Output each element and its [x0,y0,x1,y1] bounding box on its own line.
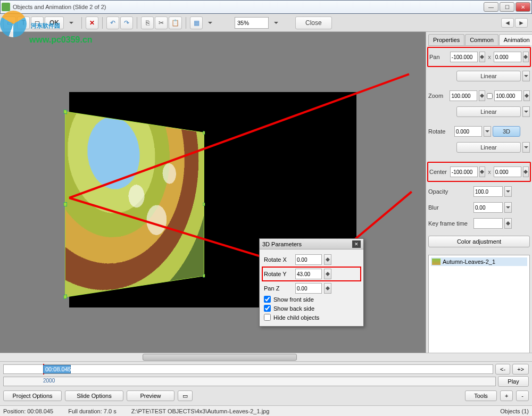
side-panel: Properties Common Animation Pan x Linear… [426,32,532,367]
copy-button[interactable]: ⎘ [141,16,154,29]
zoom-x-spinner[interactable] [479,90,485,101]
dialog-close-button[interactable]: ✕ [352,240,361,248]
zoom-input[interactable] [235,17,269,29]
color-adjustment-button[interactable]: Color adjustment [428,236,530,247]
minimize-button[interactable]: — [484,2,498,12]
pan-y-input[interactable] [494,52,521,62]
tab-animation[interactable]: Animation [499,34,532,45]
status-duration: Full duration: 7.0 s [68,408,117,414]
next-keyframe-button[interactable]: +> [512,364,529,375]
dialog-title: 3D Parameters [262,241,302,247]
watermark-url: www.pc0359.cn [29,35,93,45]
opacity-input[interactable] [473,186,503,197]
status-objects: Objects (1) [500,408,529,414]
hide-child-checkbox[interactable] [264,314,271,321]
timeline-ruler[interactable]: 2000 [3,377,496,386]
maximize-button[interactable]: ☐ [500,2,514,12]
zoom-dropdown[interactable] [270,16,282,29]
prev-slide-button[interactable]: ◄ [501,18,514,28]
status-position: Position: 00:08.045 [3,408,53,414]
dropdown-arrow-icon[interactable] [522,106,530,117]
preview-button[interactable]: Preview [127,390,174,401]
status-bar: Position: 00:08.045 Full duration: 7.0 s… [0,405,532,416]
panz-input[interactable] [295,283,322,294]
rotate-input[interactable] [454,126,482,137]
cut-button[interactable]: ✂ [155,16,168,29]
show-back-checkbox[interactable] [264,305,271,312]
pan-label: Pan [429,54,448,60]
keyframetime-input[interactable] [473,218,503,229]
keyframetime-spinner[interactable] [504,218,512,229]
keyframetime-label: Key frame time [428,220,472,227]
grid-button[interactable]: ▦ [190,16,203,29]
zoom-x-input[interactable] [450,90,477,101]
object-name: Autumn-Leaves-2_1 [443,259,495,265]
add-keyframe-button[interactable]: + [500,390,513,401]
remove-keyframe-button[interactable]: - [516,390,529,401]
center-x-input[interactable] [450,167,478,177]
rotatey-input[interactable] [295,269,322,279]
blur-input[interactable] [473,202,503,213]
rotate-dropdown[interactable] [484,126,491,137]
pan-linear-dropdown[interactable]: Linear [456,71,521,81]
keyframe-marker[interactable]: 00:08.045 [43,365,71,373]
scrollbar-thumb[interactable] [143,354,297,361]
object-tree[interactable]: Autumn-Leaves-2_1 [428,255,530,365]
zoom-linear-dropdown[interactable]: Linear [456,106,521,117]
paste-button[interactable]: 📋 [169,16,182,29]
window-title: Objects and Animation (Slide 2 of 2) [13,4,484,10]
prev-keyframe-button[interactable]: <- [495,364,510,375]
rotatex-spinner[interactable] [324,254,331,265]
horizontal-scrollbar[interactable] [0,353,532,361]
blur-label: Blur [428,204,472,211]
window-close-button[interactable]: ✕ [516,2,530,12]
resize-handle[interactable] [203,202,205,205]
3d-parameters-dialog[interactable]: 3D Parameters ✕ Rotate X Rotate Y Pan Z … [259,238,364,327]
project-options-button[interactable]: Project Options [3,390,62,401]
pan-x-input[interactable] [450,52,478,62]
pan-x-spinner[interactable] [479,52,485,62]
fullscreen-preview-button[interactable]: ▭ [178,390,193,401]
panz-spinner[interactable] [324,283,331,294]
redo-button[interactable]: ↷ [120,16,133,29]
resize-handle[interactable] [203,131,205,135]
center-y-spinner[interactable] [523,167,529,177]
opacity-dropdown[interactable] [504,186,512,197]
rotatey-spinner[interactable] [324,269,331,279]
panz-label: Pan Z [264,285,293,292]
zoom-link-checkbox[interactable] [487,93,493,99]
rotate-label: Rotate [428,128,453,135]
x-separator: x [487,54,492,60]
blur-dropdown[interactable] [504,202,512,213]
dropdown-arrow-icon[interactable] [522,71,530,81]
resize-handle[interactable] [64,294,67,299]
rotate-linear-dropdown[interactable]: Linear [456,142,521,153]
resize-handle[interactable] [64,109,67,114]
tab-common[interactable]: Common [465,34,498,45]
pan-y-spinner[interactable] [523,52,529,62]
zoom-y-spinner[interactable] [523,90,530,101]
center-y-input[interactable] [494,167,521,177]
rotatex-input[interactable] [295,254,322,265]
hide-child-label: Hide child objects [273,314,319,321]
resize-handle[interactable] [203,274,205,278]
tab-properties[interactable]: Properties [428,34,464,45]
dropdown-arrow-icon[interactable] [522,142,530,153]
next-slide-button[interactable]: ► [515,18,528,28]
close-button[interactable]: Close [295,16,332,29]
3d-button[interactable]: 3D [493,126,520,137]
timeline-track[interactable]: 00:08.045 [3,364,493,374]
center-x-spinner[interactable] [479,167,485,177]
grid-dropdown[interactable] [204,16,217,29]
opacity-label: Opacity [428,188,472,195]
play-button[interactable]: Play [498,376,529,387]
object-tree-item[interactable]: Autumn-Leaves-2_1 [431,257,527,266]
tools-button[interactable]: Tools [465,390,497,401]
show-front-checkbox[interactable] [264,296,271,303]
undo-button[interactable]: ↶ [106,16,119,29]
resize-handle[interactable] [64,202,67,206]
zoom-y-input[interactable] [494,90,522,101]
slide-options-button[interactable]: Slide Options [65,390,123,401]
zoom-label: Zoom [428,93,448,99]
center-label: Center [429,169,448,175]
